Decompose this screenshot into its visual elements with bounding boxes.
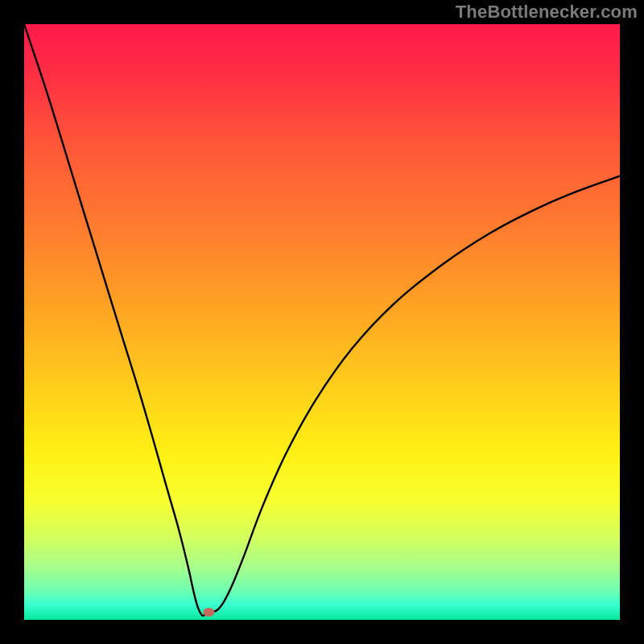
optimal-point-marker — [203, 608, 214, 617]
plot-area — [24, 24, 620, 620]
watermark-text: TheBottlenecker.com — [456, 2, 638, 23]
chart-frame: TheBottlenecker.com — [0, 0, 644, 644]
curve-layer — [24, 24, 620, 620]
bottleneck-curve — [24, 24, 620, 616]
